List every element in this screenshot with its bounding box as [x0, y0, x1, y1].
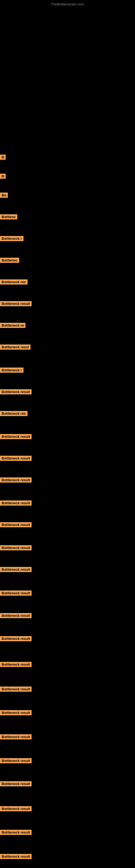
bottleneck-result-label: B: [0, 174, 6, 179]
bottleneck-result-label: Bottleneck result: [0, 662, 32, 667]
bottleneck-result-row: Bottleneck result: [0, 636, 32, 642]
bottleneck-result-row: Bottleneck result: [0, 434, 32, 440]
bottleneck-result-label: Bottleneck result: [0, 686, 32, 692]
bottleneck-result-row: Bottleneck re: [0, 323, 26, 329]
bottleneck-result-label: Bottleneck result: [0, 830, 32, 835]
bottleneck-result-row: Bottleneck result: [0, 545, 32, 552]
bottleneck-result-row: Bottleneck result: [0, 522, 32, 528]
bottleneck-result-row: Bottleneck res: [0, 279, 28, 286]
bottleneck-result-label: Bottleneck result: [0, 545, 32, 550]
bottleneck-result-label: Bottleneck result: [0, 758, 32, 763]
bottleneck-result-label: Bottleneck result: [0, 434, 32, 439]
bottleneck-result-row: Bottleneck result: [0, 456, 32, 462]
bottleneck-result-label: Bottleneck result: [0, 500, 32, 506]
bottleneck-result-row: Bottleneck r: [0, 368, 24, 374]
bottleneck-result-label: Bottleneck resul: [0, 344, 31, 350]
bottleneck-result-row: Bottleneck result: [0, 806, 32, 812]
bottleneck-result-label: Bottleneck result: [0, 854, 32, 859]
bottleneck-result-row: Bottlenec: [0, 258, 19, 264]
bottleneck-result-label: Bottleneck result: [0, 456, 32, 461]
bottleneck-result-label: Bottleneck re: [0, 323, 26, 328]
bottleneck-result-row: Bottleneck resul: [0, 344, 31, 351]
bottleneck-result-row: Bottleneck result: [0, 613, 32, 619]
bottleneck-result-row: Bottleneck result: [0, 781, 32, 787]
bottleneck-result-row: Bottleneck result: [0, 662, 32, 668]
bottleneck-result-label: B: [0, 155, 6, 160]
bottleneck-result-row: Bottleneck result: [0, 710, 32, 716]
bottleneck-result-label: Bottlene: [0, 214, 17, 219]
bottleneck-result-label: Bottleneck result: [0, 477, 32, 483]
bottleneck-result-row: Bottleneck result: [0, 686, 32, 693]
bottleneck-result-label: Bottleneck result: [0, 613, 32, 618]
bottleneck-result-row: Bottleneck result: [0, 477, 32, 484]
bottleneck-result-label: Bottleneck result: [0, 590, 32, 596]
bottleneck-result-row: Bottleneck result: [0, 830, 32, 836]
bottleneck-result-row: Bottleneck res: [0, 411, 28, 417]
bottleneck-result-label: Bottleneck result: [0, 806, 32, 811]
bottleneck-result-label: Bottleneck result: [0, 301, 32, 306]
bottleneck-result-row: Bottleneck result: [0, 734, 32, 741]
bottleneck-result-row: Bottleneck result: [0, 854, 32, 860]
bottleneck-result-row: Bottlene: [0, 214, 17, 220]
bottleneck-result-row: B: [0, 174, 6, 180]
bottleneck-result-label: Bottleneck r: [0, 236, 24, 241]
bottleneck-result-label: Bottleneck res: [0, 279, 28, 284]
bottleneck-result-row: Bottleneck result: [0, 500, 32, 507]
bottleneck-result-row: Bottleneck result: [0, 758, 32, 764]
bottleneck-result-label: Bottleneck result: [0, 710, 32, 715]
bottleneck-result-label: Bottleneck res: [0, 411, 28, 416]
bottleneck-result-label: Bottleneck result: [0, 734, 32, 739]
bottleneck-result-label: Bo: [0, 193, 8, 198]
bottleneck-result-row: Bottleneck result: [0, 590, 32, 597]
bottleneck-result-label: Bottleneck result: [0, 636, 32, 641]
site-title: TheBottlenecker.com: [51, 2, 84, 6]
bottleneck-result-row: Bottleneck result: [0, 301, 32, 307]
bottleneck-result-label: Bottleneck result: [0, 567, 32, 572]
bottleneck-result-row: B: [0, 155, 6, 161]
bottleneck-result-row: Bottleneck result: [0, 567, 32, 573]
bottleneck-result-row: Bottleneck result: [0, 389, 32, 396]
bottleneck-result-label: Bottleneck result: [0, 522, 32, 527]
bottleneck-result-label: Bottlenec: [0, 258, 19, 263]
bottleneck-result-row: Bottleneck r: [0, 236, 24, 242]
bottleneck-result-row: Bo: [0, 193, 8, 199]
bottleneck-result-label: Bottleneck result: [0, 389, 32, 394]
bottleneck-result-label: Bottleneck result: [0, 781, 32, 786]
bottleneck-result-label: Bottleneck r: [0, 368, 24, 373]
